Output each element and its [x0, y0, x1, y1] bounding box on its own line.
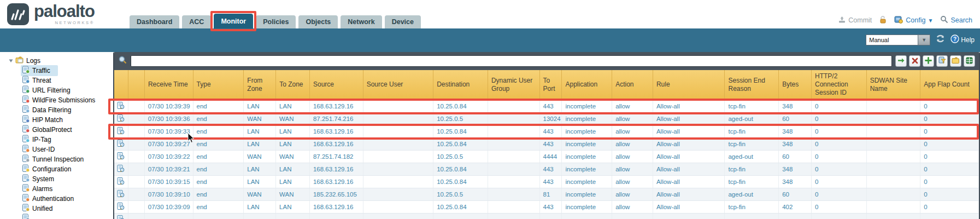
sidebar-item-unified[interactable]: Unified — [21, 204, 113, 214]
column-header-source_user[interactable]: Source User — [363, 70, 434, 99]
sidebar-item-globalprotect[interactable]: GlobalProtect — [21, 125, 113, 135]
log-detail-cell[interactable] — [114, 214, 128, 219]
log-detail-cell[interactable] — [114, 201, 128, 213]
column-header-bytes[interactable]: Bytes — [779, 70, 812, 99]
search-icon — [940, 15, 948, 25]
clear-filter-button[interactable] — [909, 55, 920, 67]
tab-device[interactable]: Device — [385, 15, 421, 28]
system-log-icon — [22, 174, 30, 184]
column-header-to_port[interactable]: To Port — [540, 70, 562, 99]
column-header-detail[interactable] — [114, 70, 128, 99]
column-header-source[interactable]: Source — [310, 70, 363, 99]
sidebar-item-wildfire-submissions[interactable]: WildFire Submissions — [21, 95, 113, 105]
tab-dashboard[interactable]: Dashboard — [130, 15, 179, 28]
log-detail-cell[interactable] — [114, 151, 128, 163]
table-row[interactable]: 07/30 10:39:21endLANLAN168.63.129.1610.2… — [114, 163, 979, 176]
add-filter-button[interactable] — [923, 55, 934, 67]
sidebar-item-authentication[interactable]: Authentication — [21, 194, 113, 204]
column-header-flags[interactable] — [128, 70, 145, 99]
sidebar-item-system[interactable]: System — [21, 174, 113, 184]
cell-destination: 10.25.0.84 — [433, 201, 488, 213]
column-header-session_end_reason[interactable]: Session End Reason — [725, 70, 779, 99]
log-detail-magnifier-icon[interactable] — [117, 152, 125, 162]
table-row[interactable] — [114, 214, 979, 219]
filter-builder-button[interactable] — [936, 55, 948, 67]
table-row[interactable]: 07/30 10:39:36endWANWAN87.251.74.21610.2… — [114, 113, 979, 125]
cell-http2_connection_session_id: 0 — [812, 151, 867, 163]
refresh-mode-dropdown-arrow[interactable]: ▼ — [918, 34, 930, 45]
log-detail-cell[interactable] — [114, 113, 128, 125]
table-row[interactable]: 07/30 10:39:39endLANLAN168.63.129.1610.2… — [114, 100, 979, 113]
search-button[interactable]: Search — [940, 15, 972, 25]
log-detail-magnifier-icon[interactable] — [117, 165, 125, 174]
sidebar-item-partial[interactable] — [21, 214, 113, 219]
log-detail-magnifier-icon[interactable] — [117, 102, 125, 111]
log-detail-magnifier-icon[interactable] — [117, 114, 125, 124]
column-header-rule[interactable]: Rule — [653, 70, 725, 99]
cell-sdwan_site_name — [867, 125, 921, 137]
sidebar-item-user-id[interactable]: User-ID — [21, 145, 113, 154]
column-header-application[interactable]: Application — [562, 70, 612, 99]
sidebar-item-url-filtering[interactable]: URL Filtering — [21, 85, 113, 95]
tab-acc[interactable]: ACC — [182, 15, 211, 28]
log-filter-input[interactable] — [131, 55, 892, 67]
column-header-app_flap_count[interactable]: App Flap Count — [920, 70, 979, 99]
threat-log-icon — [22, 76, 30, 85]
column-header-destination[interactable]: Destination — [433, 70, 488, 99]
config-menu-button[interactable]: Config ▼ — [894, 15, 933, 25]
sidebar-item-data-filtering[interactable]: Data Filtering — [21, 105, 113, 115]
user-id-log-icon — [22, 145, 30, 154]
tab-policies[interactable]: Policies — [256, 15, 296, 28]
log-detail-cell[interactable] — [114, 100, 128, 112]
tab-objects[interactable]: Objects — [298, 15, 338, 28]
log-detail-magnifier-icon[interactable] — [117, 215, 125, 219]
apply-filter-button[interactable] — [895, 55, 907, 67]
sidebar-item-alarms[interactable]: Alarms — [21, 184, 113, 194]
sidebar-item-traffic[interactable]: Traffic — [21, 66, 113, 76]
sidebar-item-hip-match[interactable]: HIP Match — [21, 115, 113, 125]
table-row[interactable]: 07/30 10:39:10endWANWAN185.232.65.10510.… — [114, 188, 979, 201]
refresh-button[interactable] — [935, 34, 946, 45]
lock-button[interactable] — [879, 15, 887, 25]
expander-triangle-icon[interactable] — [9, 57, 13, 65]
column-header-from_zone[interactable]: From Zone — [244, 70, 276, 99]
commit-button[interactable]: Commit — [838, 16, 872, 25]
column-header-type[interactable]: Type — [193, 70, 244, 99]
log-detail-magnifier-icon[interactable] — [117, 140, 125, 149]
column-header-to_zone[interactable]: To Zone — [276, 70, 310, 99]
table-row[interactable]: 07/30 10:39:09endLANLAN168.63.129.1610.2… — [114, 201, 979, 214]
sidebar-item-configuration[interactable]: Configuration — [21, 164, 113, 174]
sidebar-item-threat[interactable]: Threat — [21, 76, 113, 85]
sidebar-item-tunnel-inspection[interactable]: Tunnel Inspection — [21, 154, 113, 164]
paloalto-logo: paloalto NETWORKS® — [7, 3, 95, 28]
column-header-dynamic_user_group[interactable]: Dynamic User Group — [488, 70, 540, 99]
log-detail-magnifier-icon[interactable] — [117, 190, 125, 199]
help-button[interactable]: ? Help — [950, 34, 975, 45]
sidebar-item-ip-tag[interactable]: IP-Tag — [21, 135, 113, 145]
log-detail-magnifier-icon[interactable] — [117, 177, 125, 187]
log-detail-magnifier-icon[interactable] — [117, 203, 125, 212]
tab-network[interactable]: Network — [341, 15, 382, 28]
load-filter-button[interactable] — [950, 55, 961, 67]
cell-destination: 10.25.0.84 — [433, 176, 488, 188]
table-row[interactable]: 07/30 10:39:15endLANLAN168.63.129.1610.2… — [114, 176, 979, 188]
column-header-receive_time[interactable]: Receive Time — [145, 70, 193, 99]
log-detail-cell[interactable] — [114, 138, 128, 150]
log-detail-magnifier-icon[interactable] — [117, 127, 125, 136]
log-detail-cell[interactable] — [114, 188, 128, 200]
table-row[interactable]: 07/30 10:39:33endLANLAN168.63.129.1610.2… — [114, 125, 979, 138]
table-row[interactable]: 07/30 10:39:27endLANLAN168.63.129.1610.2… — [114, 138, 979, 151]
column-header-http2_connection_session_id[interactable]: HTTP/2 Connection Session ID — [812, 70, 867, 99]
refresh-mode-select[interactable]: Manual ▼ — [866, 34, 930, 45]
export-logs-button[interactable] — [964, 55, 975, 67]
tab-monitor[interactable]: Monitor — [214, 14, 253, 28]
log-detail-cell[interactable] — [114, 163, 128, 175]
log-detail-cell[interactable] — [114, 176, 128, 188]
tree-node-logs[interactable]: Logs — [9, 56, 113, 66]
cell-receive_time: 07/30 10:39:33 — [145, 125, 193, 137]
table-row[interactable]: 07/30 10:39:22endWANWAN87.251.74.18210.2… — [114, 151, 979, 163]
log-detail-cell[interactable] — [114, 125, 128, 137]
column-header-action[interactable]: Action — [612, 70, 653, 99]
cell-bytes: 60 — [779, 188, 812, 200]
column-header-sdwan_site_name[interactable]: SDWAN Site Name — [867, 70, 921, 99]
